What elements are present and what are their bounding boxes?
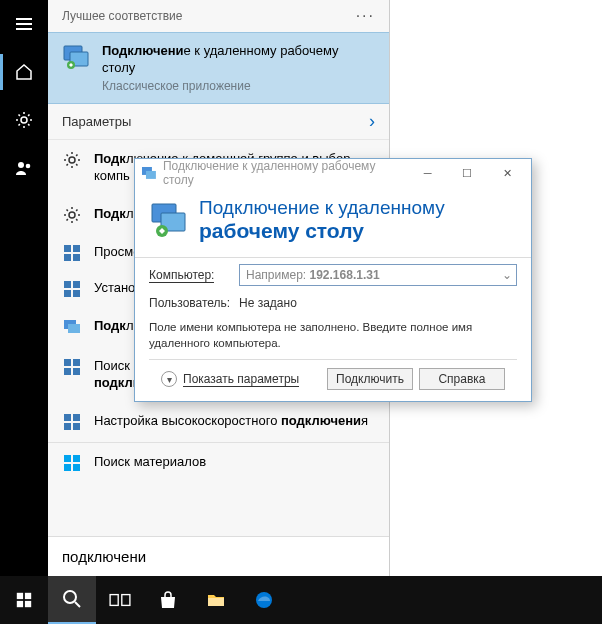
- best-match-subtitle: Классическое приложение: [102, 79, 375, 93]
- settings-gear-icon[interactable]: [0, 96, 48, 144]
- setting-icon: [62, 279, 82, 299]
- svg-point-7: [69, 212, 75, 218]
- gear-icon: [62, 205, 82, 225]
- svg-rect-35: [110, 595, 118, 606]
- svg-rect-32: [17, 601, 23, 607]
- close-button[interactable]: ✕: [487, 159, 527, 187]
- rdp-banner: Подключение к удаленному рабочему столу: [135, 187, 531, 257]
- best-match-header: Лучшее соответствие ···: [48, 0, 389, 32]
- best-match-label: Лучшее соответствие: [62, 9, 182, 23]
- taskbar-search-icon[interactable]: [48, 576, 96, 624]
- rdp-app-icon: [62, 43, 90, 71]
- svg-rect-12: [64, 281, 71, 288]
- svg-point-34: [64, 591, 76, 603]
- rdp-small-icon: [62, 317, 82, 337]
- svg-rect-8: [64, 245, 71, 252]
- rdp-message: Поле имени компьютера не заполнено. Введ…: [149, 320, 517, 351]
- rdp-banner-line1: Подключение к удаленному: [199, 197, 445, 219]
- store-icon[interactable]: [144, 576, 192, 624]
- chevron-down-icon: ⌄: [502, 268, 512, 282]
- best-match-title: Подключение к удаленному рабочему столу: [102, 43, 375, 77]
- svg-rect-25: [73, 423, 80, 430]
- setting-icon: [62, 243, 82, 263]
- rdp-body: Компьютер: Например: 192.168.1.31 ⌄ Поль…: [135, 257, 531, 400]
- parameters-header[interactable]: Параметры ›: [48, 104, 389, 140]
- svg-rect-40: [146, 171, 156, 179]
- web-search-item[interactable]: Поиск материалов: [48, 442, 389, 483]
- svg-point-2: [26, 164, 31, 169]
- svg-rect-20: [64, 368, 71, 375]
- people-icon[interactable]: [0, 144, 48, 192]
- gear-icon: [62, 150, 82, 170]
- windows-logo-icon: [62, 453, 82, 473]
- svg-rect-18: [64, 359, 71, 366]
- minimize-button[interactable]: ─: [408, 159, 448, 187]
- svg-rect-24: [64, 423, 71, 430]
- user-label: Пользователь:: [149, 296, 239, 310]
- file-explorer-icon[interactable]: [192, 576, 240, 624]
- more-icon[interactable]: ···: [356, 7, 375, 25]
- svg-rect-9: [73, 245, 80, 252]
- svg-rect-36: [122, 595, 130, 606]
- svg-rect-17: [68, 324, 80, 333]
- user-value: Не задано: [239, 296, 297, 310]
- chevron-right-icon: ›: [369, 111, 375, 132]
- computer-combobox[interactable]: Например: 192.168.1.31 ⌄: [239, 264, 517, 286]
- start-button[interactable]: [0, 576, 48, 624]
- rdp-banner-icon: [149, 200, 189, 240]
- home-icon[interactable]: [0, 48, 48, 96]
- svg-rect-28: [64, 464, 71, 471]
- best-match-item[interactable]: Подключение к удаленному рабочему столу …: [48, 32, 389, 104]
- rdp-titlebar[interactable]: Подключение к удаленному рабочему столу …: [135, 159, 531, 187]
- svg-point-1: [18, 162, 24, 168]
- svg-rect-19: [73, 359, 80, 366]
- web-search-label: Поиск материалов: [94, 453, 206, 471]
- svg-rect-21: [73, 368, 80, 375]
- svg-rect-26: [64, 455, 71, 462]
- start-left-rail: [0, 0, 48, 576]
- svg-rect-37: [208, 598, 224, 606]
- svg-rect-15: [73, 290, 80, 297]
- parameters-label: Параметры: [62, 114, 131, 129]
- rdp-titlebar-icon: [141, 165, 157, 181]
- svg-rect-33: [25, 601, 31, 607]
- help-button[interactable]: Справка: [419, 368, 505, 390]
- svg-rect-10: [64, 254, 71, 261]
- show-parameters-toggle[interactable]: ▾ Показать параметры: [161, 371, 321, 387]
- svg-rect-23: [73, 414, 80, 421]
- svg-rect-30: [17, 593, 23, 599]
- maximize-button[interactable]: ☐: [448, 159, 488, 187]
- svg-rect-22: [64, 414, 71, 421]
- task-view-icon[interactable]: [96, 576, 144, 624]
- rdp-dialog: Подключение к удаленному рабочему столу …: [134, 158, 532, 402]
- svg-rect-29: [73, 464, 80, 471]
- expand-down-icon: ▾: [161, 371, 177, 387]
- rdp-titlebar-text: Подключение к удаленному рабочему столу: [163, 159, 408, 187]
- rdp-banner-line2: рабочему столу: [199, 219, 445, 243]
- edge-icon[interactable]: [240, 576, 288, 624]
- search-input[interactable]: [62, 548, 375, 565]
- svg-rect-11: [73, 254, 80, 261]
- list-item[interactable]: Настройка высокоскоростного подключения: [48, 402, 389, 442]
- setting-icon: [62, 412, 82, 432]
- setting-icon: [62, 357, 82, 377]
- taskbar: [0, 576, 602, 624]
- connect-button[interactable]: Подключить: [327, 368, 413, 390]
- hamburger-icon[interactable]: [0, 0, 48, 48]
- svg-rect-13: [73, 281, 80, 288]
- search-input-row: [48, 536, 389, 576]
- svg-point-0: [21, 117, 27, 123]
- svg-rect-31: [25, 593, 31, 599]
- svg-point-6: [69, 157, 75, 163]
- computer-label: Компьютер:: [149, 268, 239, 282]
- svg-rect-14: [64, 290, 71, 297]
- svg-rect-27: [73, 455, 80, 462]
